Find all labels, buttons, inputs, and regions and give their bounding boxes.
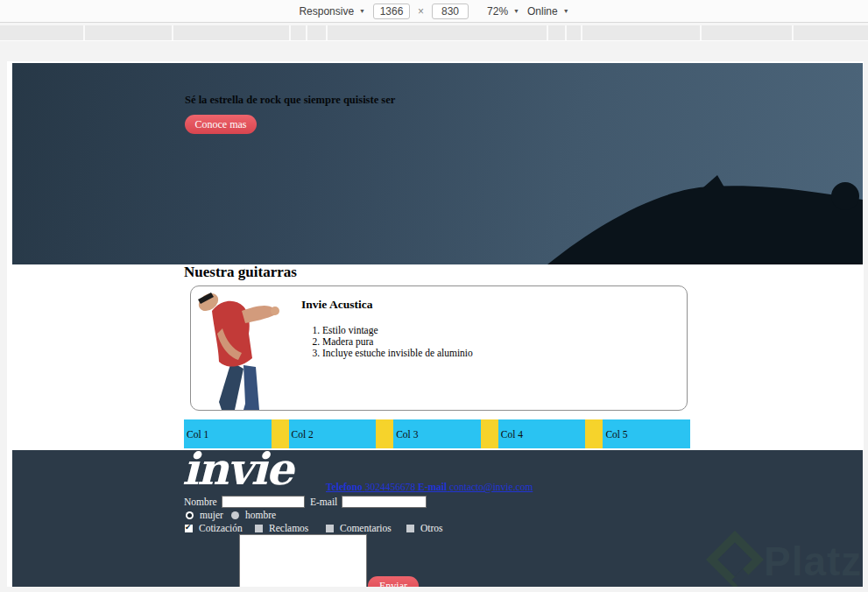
footer-section: invie Telefono 3024456678 E-mail contact… <box>12 450 863 587</box>
viewport-width-input[interactable] <box>373 4 410 19</box>
chevron-down-icon: ▼ <box>359 8 365 14</box>
column-3: Col 3 <box>393 419 481 448</box>
column-5: Col 5 <box>603 419 690 448</box>
checkbox-reclamos[interactable] <box>255 525 263 532</box>
device-viewport: Sé la estrella de rock que siempre quisi… <box>7 61 864 587</box>
ruler-divider <box>289 25 291 40</box>
feature-item: Incluye estuche invisible de aluminio <box>322 348 473 359</box>
zoom-level-label: 72% <box>487 5 508 18</box>
ruler-divider <box>83 25 85 40</box>
column-2: Col 2 <box>289 419 377 448</box>
platzi-logo-icon <box>706 531 764 587</box>
checkbox-cotizacion[interactable] <box>185 525 193 532</box>
feature-list: Estilo vintage Madera pura Incluye estuc… <box>303 325 473 359</box>
guitar-card: Invie Acustica Estilo vintage Madera pur… <box>190 285 688 411</box>
radio-mujer-label[interactable]: mujer <box>200 510 223 520</box>
invie-logo: invie <box>182 443 292 496</box>
ruler-divider <box>306 25 307 40</box>
guitar-silhouette <box>547 168 863 264</box>
zoom-select[interactable]: 72% ▼ <box>487 5 519 18</box>
ruler-divider <box>792 25 794 40</box>
hero-headline: Sé la estrella de rock que siempre quisi… <box>185 94 395 107</box>
column-4: Col 4 <box>498 419 586 448</box>
phone-label: Telefono <box>326 482 363 492</box>
ruler-divider <box>700 25 702 40</box>
dimension-separator: × <box>418 5 424 18</box>
network-label: Online <box>527 5 558 18</box>
viewport-height-input[interactable] <box>432 4 469 19</box>
email-label: E-mail <box>418 482 447 492</box>
contact-link[interactable]: Telefono 3024456678 E-mail contacto@invi… <box>326 482 533 492</box>
phone-number: 3024456678 <box>365 482 416 492</box>
name-input[interactable] <box>222 496 305 508</box>
platzi-watermark: Platzi <box>706 531 864 587</box>
checkbox-comentarios-label[interactable]: Comentarios <box>340 523 392 533</box>
devtools-window: Responsive ▼ × 72% ▼ Online ▼ <box>0 0 868 592</box>
ruler-divider <box>565 25 567 40</box>
feature-item: Estilo vintage <box>322 325 473 336</box>
radio-mujer[interactable] <box>186 511 194 519</box>
chevron-down-icon: ▼ <box>563 8 569 14</box>
checkbox-otros[interactable] <box>406 525 414 532</box>
rocker-photo <box>193 288 291 410</box>
checkbox-reclamos-label[interactable]: Reclamos <box>269 523 308 533</box>
email-input[interactable] <box>342 496 427 508</box>
feature-item: Madera pura <box>322 336 473 348</box>
conoce-mas-button[interactable]: Conoce mas <box>185 115 257 134</box>
checkbox-cotizacion-label[interactable]: Cotización <box>199 523 243 533</box>
email-address: contacto@invie.com <box>449 482 533 492</box>
ruler-divider <box>547 25 548 40</box>
network-throttle-select[interactable]: Online ▼ <box>527 5 569 18</box>
media-query-bar <box>0 23 868 41</box>
ruler-divider <box>172 25 173 40</box>
device-toolbar: Responsive ▼ × 72% ▼ Online ▼ <box>0 0 868 23</box>
chevron-down-icon: ▼ <box>513 8 519 14</box>
product-title: Invie Acustica <box>301 298 372 312</box>
section-heading: Nuestra guitarras <box>184 264 297 281</box>
checkbox-comentarios[interactable] <box>326 525 334 532</box>
ruler-divider <box>581 25 582 40</box>
checkbox-otros-label[interactable]: Otros <box>420 523 443 533</box>
radio-hombre-label[interactable]: hombre <box>245 510 276 520</box>
device-mode-label: Responsive <box>299 5 354 18</box>
name-field-label: Nombre <box>184 497 217 507</box>
ruler-divider <box>326 25 328 40</box>
email-field-label: E-mail <box>310 497 337 507</box>
message-textarea[interactable] <box>239 534 367 587</box>
device-mode-select[interactable]: Responsive ▼ <box>299 5 365 18</box>
radio-hombre[interactable] <box>231 511 239 519</box>
submit-button[interactable]: Enviar <box>368 576 419 587</box>
platzi-brand-text: Platzi <box>764 538 864 585</box>
hero-section: Sé la estrella de rock que siempre quisi… <box>12 63 863 264</box>
